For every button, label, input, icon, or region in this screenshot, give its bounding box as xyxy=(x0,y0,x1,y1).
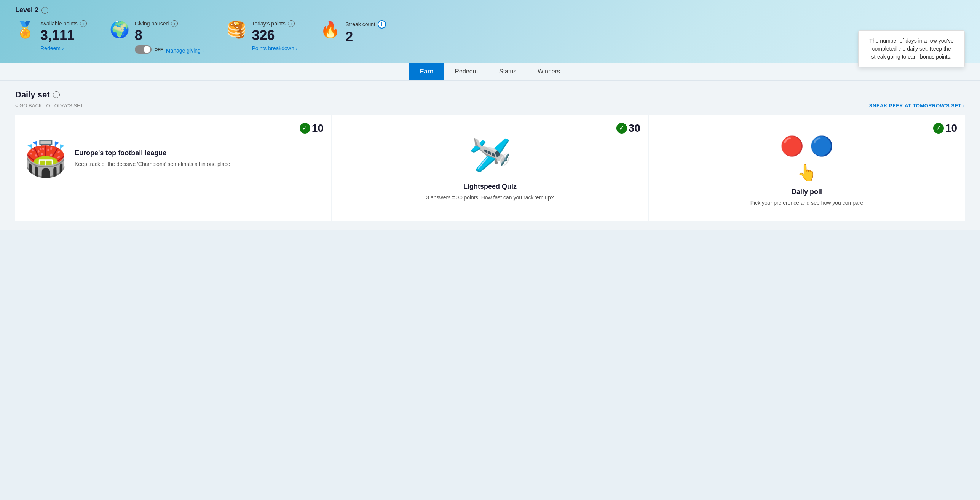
card2-check-icon: ✓ xyxy=(616,123,627,134)
card1-desc: Keep track of the decisive 'Champions' s… xyxy=(75,160,230,168)
sneak-peek-button[interactable]: SNEAK PEEK AT TOMORROW'S SET › xyxy=(869,103,965,108)
card3-points-badge: ✓ 10 xyxy=(933,122,957,134)
streak-count-stat: 🔥 Streak count i 2 xyxy=(320,20,386,45)
tooltip-text: The number of days in a row you've compl… xyxy=(869,38,953,60)
streak-label: Streak count xyxy=(345,21,375,27)
tab-redeem[interactable]: Redeem xyxy=(444,63,488,80)
card2-points-badge: ✓ 30 xyxy=(616,122,640,134)
stadium-icon: 🏟️ xyxy=(24,139,67,179)
todays-points-label: Today's points xyxy=(252,21,285,27)
football-card[interactable]: ✓ 10 🏟️ Europe's top football league Kee… xyxy=(15,115,331,221)
header-area: Level 2 i 🏅 Available points i 3,111 Red… xyxy=(0,0,980,63)
poll-button-red-icon: 🔴 xyxy=(780,135,804,157)
giving-icon: 🌍 xyxy=(110,22,129,38)
level-info-icon[interactable]: i xyxy=(41,7,48,14)
giving-info-icon[interactable]: i xyxy=(171,20,178,27)
manage-giving-link[interactable]: Manage giving › xyxy=(166,48,204,54)
card3-check-icon: ✓ xyxy=(933,123,944,134)
set-navigation: < GO BACK TO TODAY'S SET SNEAK PEEK AT T… xyxy=(15,103,965,108)
redeem-link[interactable]: Redeem › xyxy=(40,45,87,51)
card2-title: Lightspeed Quiz xyxy=(463,183,517,191)
todays-points-icon: 🥞 xyxy=(227,22,246,38)
card2-points: 30 xyxy=(629,122,640,134)
todays-points-info-icon[interactable]: i xyxy=(288,20,295,27)
giving-toggle[interactable] xyxy=(135,45,152,54)
go-back-button[interactable]: < GO BACK TO TODAY'S SET xyxy=(15,103,83,108)
card1-check-icon: ✓ xyxy=(300,123,310,134)
card3-desc: Pick your preference and see how you com… xyxy=(750,199,863,207)
poll-card[interactable]: ✓ 10 🔴 🔵 👆 Daily poll Pick your preferen… xyxy=(649,115,965,221)
daily-set-header: Daily set i xyxy=(15,90,965,100)
streak-value: 2 xyxy=(345,29,386,45)
card3-points: 10 xyxy=(945,122,957,134)
card1-points-badge: ✓ 10 xyxy=(300,122,324,134)
jet-icon: 🛩️ xyxy=(469,135,511,175)
available-points-info-icon[interactable]: i xyxy=(80,20,87,27)
points-breakdown-link[interactable]: Points breakdown › xyxy=(252,45,297,51)
available-points-stat: 🏅 Available points i 3,111 Redeem › xyxy=(15,20,87,51)
available-points-label: Available points xyxy=(40,21,78,27)
main-content: Daily set i < GO BACK TO TODAY'S SET SNE… xyxy=(0,81,980,230)
streak-icon: 🔥 xyxy=(320,22,340,38)
tab-winners[interactable]: Winners xyxy=(527,63,571,80)
available-points-icon: 🏅 xyxy=(15,22,35,38)
giving-paused-stat: 🌍 Giving paused i 8 OFF Manage giving › xyxy=(110,20,204,54)
todays-points-value: 326 xyxy=(252,28,297,43)
nav-tabs: Earn Redeem Status Winners xyxy=(0,63,980,81)
tab-earn[interactable]: Earn xyxy=(409,63,444,80)
tab-status[interactable]: Status xyxy=(488,63,527,80)
poll-button-blue-icon: 🔵 xyxy=(810,135,833,157)
streak-tooltip: The number of days in a row you've compl… xyxy=(858,30,965,67)
level-text: Level 2 xyxy=(15,6,38,14)
card2-desc: 3 answers = 30 points. How fast can you … xyxy=(426,194,554,202)
poll-finger-icon: 👆 xyxy=(780,163,833,182)
stats-row: 🏅 Available points i 3,111 Redeem › 🌍 Gi… xyxy=(15,20,965,63)
card1-title: Europe's top football league xyxy=(75,149,230,157)
todays-points-stat: 🥞 Today's points i 326 Points breakdown … xyxy=(227,20,297,51)
daily-set-title: Daily set xyxy=(15,90,50,100)
quiz-card[interactable]: ✓ 30 🛩️ Lightspeed Quiz 3 answers = 30 p… xyxy=(332,115,648,221)
giving-label: Giving paused xyxy=(135,21,169,27)
cards-grid: ✓ 10 🏟️ Europe's top football league Kee… xyxy=(15,115,965,221)
card3-title: Daily poll xyxy=(792,188,822,196)
toggle-off-label: OFF xyxy=(155,47,163,52)
giving-value: 8 xyxy=(135,28,204,43)
available-points-value: 3,111 xyxy=(40,28,87,43)
card1-points: 10 xyxy=(312,122,324,134)
streak-info-icon[interactable]: i xyxy=(378,20,386,29)
level-row: Level 2 i xyxy=(15,6,965,14)
daily-set-info-icon[interactable]: i xyxy=(53,91,60,98)
